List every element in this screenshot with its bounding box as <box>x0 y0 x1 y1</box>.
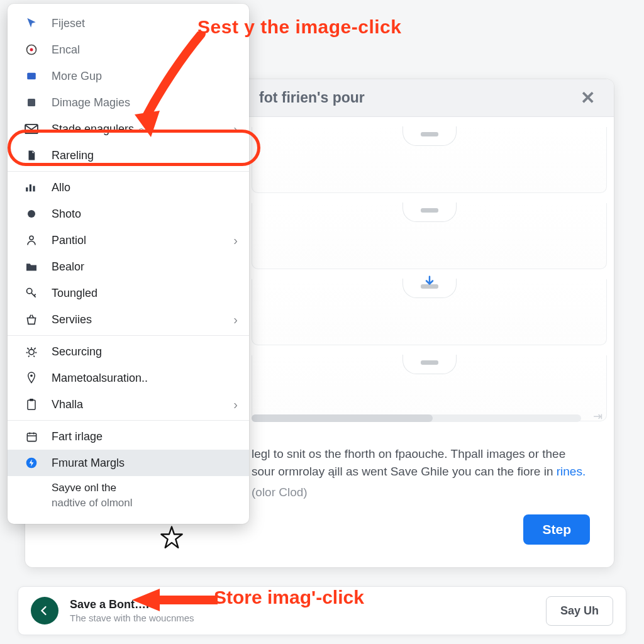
svg-rect-8 <box>30 184 31 191</box>
card-icon <box>24 69 39 84</box>
annotation-bottom-label: Store imag'-click <box>214 587 364 608</box>
svg-rect-4 <box>27 73 36 80</box>
svg-rect-9 <box>33 186 35 192</box>
document-icon <box>24 148 39 163</box>
dialog-title: fot firien's pour <box>259 89 365 106</box>
square-icon <box>24 95 39 110</box>
menu-dropdown: Fijeset Encal More Gup Dimage Magies <box>8 4 249 524</box>
menu-item-label: Vhalla <box>52 398 228 411</box>
svg-rect-17 <box>27 433 36 441</box>
menu-item-label: Serviies <box>52 313 228 326</box>
svg-rect-15 <box>28 400 35 409</box>
menu-item-subline: nadtive of olmonl <box>52 497 133 509</box>
chevron-right-icon: › <box>228 397 238 412</box>
menu-item-pantiol[interactable]: Pantiol › <box>8 227 249 253</box>
envelope-icon <box>24 121 39 136</box>
dialog-close-button[interactable]: ✕ <box>575 85 600 111</box>
target-icon <box>24 42 39 57</box>
person-icon <box>24 233 39 248</box>
menu-item-label: Allo <box>52 181 238 194</box>
chevron-right-icon: › <box>228 122 238 136</box>
menu-item-label: Mametoalsuration.. <box>52 372 238 385</box>
menu-item-vhalla[interactable]: Vhalla › <box>8 391 249 418</box>
menu-item-label: Rareling <box>52 149 238 162</box>
wifi-icon: ᯤ <box>138 125 147 135</box>
svg-point-10 <box>28 210 35 218</box>
menu-item-fmurat-margls[interactable]: Fmurat Margls <box>8 450 249 476</box>
menu-item-sayve-description[interactable]: Sayve onl the nadtive of olmonl <box>8 476 249 515</box>
chevron-right-icon: › <box>228 313 238 327</box>
chevron-right-icon: › <box>228 233 238 248</box>
menu-item-label: Encal <box>52 43 238 57</box>
horizontal-scrollbar[interactable] <box>252 414 581 422</box>
folder-icon <box>24 259 39 274</box>
svg-rect-5 <box>28 99 35 106</box>
drop-slot[interactable] <box>252 203 607 269</box>
download-arrow-icon <box>423 275 436 289</box>
menu-item-label: Bealor <box>52 260 238 274</box>
step-button[interactable]: Step <box>523 514 590 545</box>
drop-slot[interactable] <box>252 127 607 193</box>
menu-item-label: Toungled <box>52 287 238 300</box>
menu-item-stade-enagulers[interactable]: Stade enagulers.ᯤ › <box>8 116 249 142</box>
chart-icon <box>24 180 39 195</box>
svg-point-12 <box>27 289 32 294</box>
footer-secondary-button[interactable]: Say Uh <box>546 596 613 626</box>
drop-slot[interactable] <box>252 355 607 421</box>
calendar-icon <box>24 429 39 444</box>
dialog-muted-note: (olor Clod) <box>252 484 595 501</box>
svg-point-13 <box>29 350 34 355</box>
menu-item-fart-irlage[interactable]: Fart irlage <box>8 423 249 450</box>
menu-item-shoto[interactable]: Shoto <box>8 201 249 227</box>
dialog-description: legl to snit os the fhorth on fpaouche. … <box>252 445 595 501</box>
cursor-icon <box>24 16 39 31</box>
menu-item-toungled[interactable]: Toungled <box>8 280 249 306</box>
svg-rect-7 <box>26 187 28 191</box>
menu-item-label: Shoto <box>52 208 238 221</box>
menu-item-more-gup[interactable]: More Gup <box>8 63 249 89</box>
menu-item-encal[interactable]: Encal <box>8 36 249 63</box>
menu-item-label: Securcing <box>52 345 238 358</box>
clipboard-icon <box>24 397 39 412</box>
footer-back-button[interactable] <box>31 597 58 625</box>
key-icon <box>24 286 39 301</box>
dialog-link[interactable]: rines. <box>557 465 586 478</box>
menu-item-label: Stade enagulers.ᯤ <box>52 123 228 136</box>
svg-rect-16 <box>30 399 33 401</box>
svg-point-3 <box>30 48 33 52</box>
dot-icon <box>24 206 39 221</box>
menu-divider <box>8 171 249 172</box>
menu-item-allo[interactable]: Allo <box>8 174 249 201</box>
menu-item-mametoalsuration[interactable]: Mametoalsuration.. <box>8 365 249 391</box>
pin-icon <box>24 370 39 386</box>
menu-item-label: Dimage Magies <box>52 96 238 109</box>
menu-item-label: Sayve onl the <box>52 482 116 494</box>
menu-item-label: Fart irlage <box>52 430 238 443</box>
menu-item-rareling[interactable]: Rareling <box>8 142 249 169</box>
basket-icon <box>24 312 39 327</box>
menu-divider <box>8 420 249 421</box>
menu-divider <box>8 335 249 336</box>
footer-subline: The stave with the woucnmes <box>70 613 546 623</box>
menu-item-bealor[interactable]: Bealor <box>8 253 249 280</box>
svg-point-14 <box>30 374 33 377</box>
menu-item-label: Pantiol <box>52 234 228 247</box>
arrow-left-icon <box>38 605 51 616</box>
svg-point-11 <box>30 236 33 240</box>
scroll-right-hint-icon: ⇥ <box>593 409 602 423</box>
annotation-top-label: Sest y the image-click <box>197 16 401 38</box>
menu-item-securcing[interactable]: Securcing <box>8 338 249 365</box>
drop-slot-download[interactable] <box>252 279 607 345</box>
menu-item-serviies[interactable]: Serviies › <box>8 306 249 333</box>
bolt-icon <box>24 455 39 470</box>
menu-item-label: Fmurat Margls <box>52 457 238 470</box>
menu-item-dimage-magies[interactable]: Dimage Magies <box>8 89 249 116</box>
bug-icon <box>24 344 39 359</box>
menu-item-label: More Gup <box>52 70 238 83</box>
